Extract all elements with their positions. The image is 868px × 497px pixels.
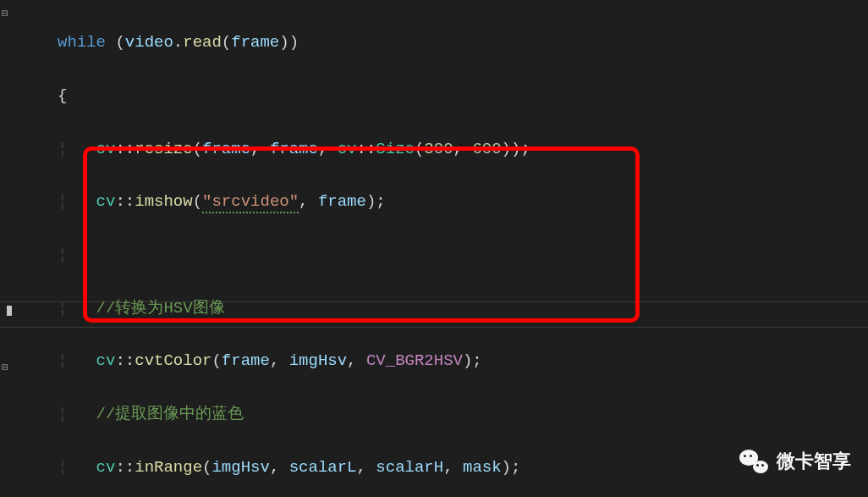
wechat-icon	[739, 450, 768, 473]
code-editor-content[interactable]: while (video.read(frame)) { ¦ cv::resize…	[24, 3, 868, 497]
code-line: ¦ cv::resize(frame, frame, cv::Size(300,…	[24, 136, 868, 163]
code-line: ¦ //转换为HSV图像	[24, 295, 868, 322]
code-line: while (video.read(frame))	[24, 30, 868, 56]
code-line: ¦ //提取图像中的蓝色	[24, 401, 868, 428]
code-line: {	[24, 83, 868, 109]
watermark: 微卡智享	[739, 446, 851, 477]
editor-gutter: ⊟ ⊟	[0, 0, 24, 497]
caret-indicator	[7, 306, 12, 316]
watermark-text: 微卡智享	[777, 446, 851, 477]
code-line: ¦ cv::cvtColor(frame, imgHsv, CV_BGR2HSV…	[24, 348, 868, 374]
fold-marker[interactable]	[2, 32, 8, 50]
code-line: ¦ cv::imshow("srcvideo", frame);	[24, 189, 868, 215]
code-line: ¦	[24, 242, 868, 268]
fold-marker[interactable]: ⊟	[2, 359, 8, 377]
fold-marker[interactable]: ⊟	[2, 5, 8, 23]
